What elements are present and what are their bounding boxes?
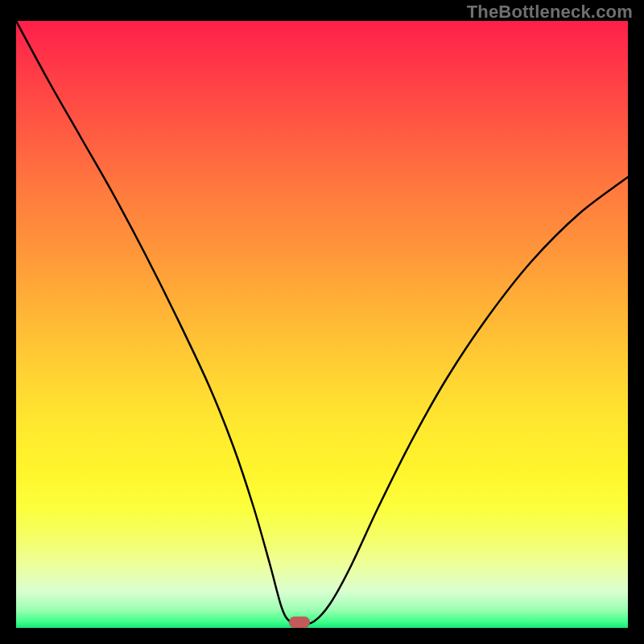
chart-frame: TheBottleneck.com (0, 0, 644, 644)
minimum-marker (289, 617, 310, 628)
watermark-text: TheBottleneck.com (467, 2, 633, 23)
bottleneck-curve (16, 21, 628, 628)
plot-area (16, 21, 628, 628)
